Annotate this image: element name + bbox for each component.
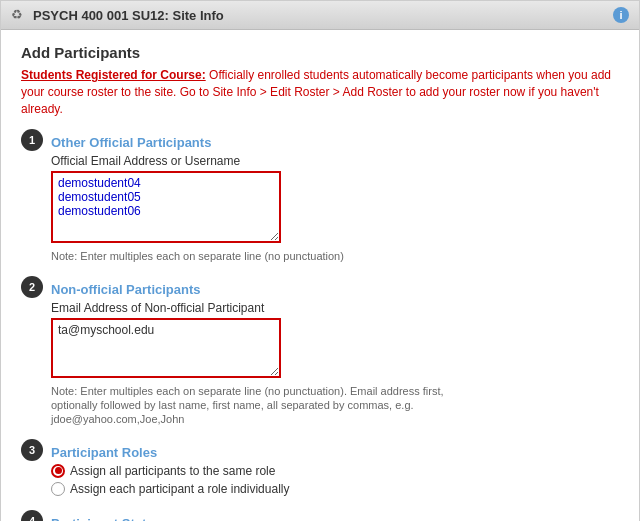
titlebar-title: PSYCH 400 001 SU12: Site Info: [33, 8, 224, 23]
step3-circle: 3: [21, 439, 43, 461]
step4-row: 4 Participant Status Active Inactive: [21, 508, 619, 521]
status-heading: Participant Status: [51, 516, 619, 521]
role-same-radio[interactable]: [51, 464, 65, 478]
nonofficial-email-textarea[interactable]: ta@myschool.edu: [51, 318, 281, 378]
titlebar: ♻ PSYCH 400 001 SU12: Site Info i: [1, 1, 639, 30]
role-individual-row: Assign each participant a role individua…: [51, 482, 619, 496]
step2-row: 2 Non-official Participants Email Addres…: [21, 274, 619, 427]
roles-heading: Participant Roles: [51, 445, 619, 460]
official-email-label: Official Email Address or Username: [51, 154, 619, 168]
role-same-label: Assign all participants to the same role: [70, 464, 275, 478]
site-icon: ♻: [11, 7, 27, 23]
nonofficial-email-label: Email Address of Non-official Participan…: [51, 301, 619, 315]
step1-circle: 1: [21, 129, 43, 151]
nonofficial-email-note: Note: Enter multiples each on separate l…: [51, 384, 451, 427]
role-individual-radio[interactable]: [51, 482, 65, 496]
step3-content: Participant Roles Assign all participant…: [51, 437, 619, 500]
step3-row: 3 Participant Roles Assign all participa…: [21, 437, 619, 500]
main-window: ♻ PSYCH 400 001 SU12: Site Info i Add Pa…: [0, 0, 640, 521]
official-email-note: Note: Enter multiples each on separate l…: [51, 249, 451, 263]
content-area: Add Participants Students Registered for…: [1, 30, 639, 521]
step1-row: 1 Other Official Participants Official E…: [21, 127, 619, 263]
step1-content: Other Official Participants Official Ema…: [51, 127, 619, 263]
registered-label: Students Registered for Course:: [21, 68, 206, 82]
step2-circle: 2: [21, 276, 43, 298]
info-icon[interactable]: i: [613, 7, 629, 23]
step4-content: Participant Status Active Inactive: [51, 508, 619, 521]
role-same-row: Assign all participants to the same role: [51, 464, 619, 478]
registered-note: Students Registered for Course: Official…: [21, 67, 619, 117]
step2-content: Non-official Participants Email Address …: [51, 274, 619, 427]
page-title: Add Participants: [21, 44, 619, 61]
titlebar-left: ♻ PSYCH 400 001 SU12: Site Info: [11, 7, 224, 23]
role-same-radio-fill: [55, 467, 62, 474]
other-official-heading: Other Official Participants: [51, 135, 619, 150]
official-email-textarea[interactable]: demostudent04 demostudent05 demostudent0…: [51, 171, 281, 243]
role-individual-label: Assign each participant a role individua…: [70, 482, 289, 496]
step4-circle: 4: [21, 510, 43, 521]
nonofficial-heading: Non-official Participants: [51, 282, 619, 297]
